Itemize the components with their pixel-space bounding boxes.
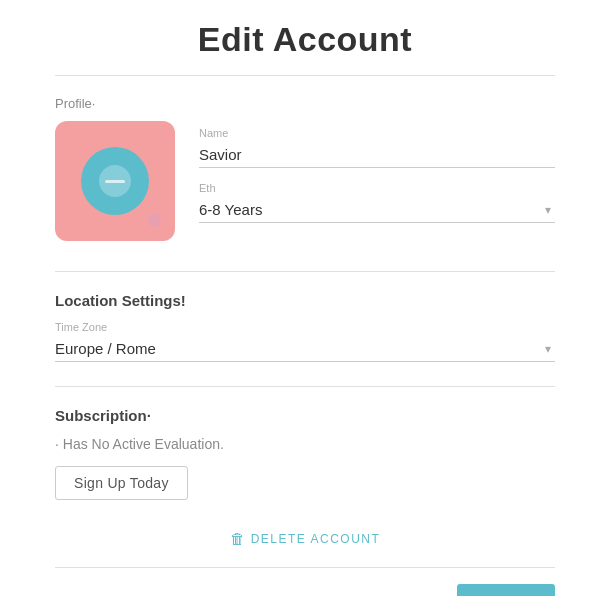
trash-icon: 🗑 <box>230 530 245 547</box>
profile-divider <box>55 271 555 272</box>
profile-section-label: Profile· <box>55 96 555 111</box>
location-section: Location Settings! Time Zone Europe / Ro… <box>55 292 555 362</box>
timezone-select[interactable]: Europe / Rome America / New_York America… <box>55 336 555 362</box>
avatar-circle-outer <box>81 147 149 215</box>
footer-row: CANCEL ↵ SAVE↵ <box>55 567 555 596</box>
timezone-field-group: Time Zone Europe / Rome America / New_Yo… <box>55 321 555 362</box>
timezone-select-wrapper: Europe / Rome America / New_York America… <box>55 336 555 362</box>
profile-fields: Name Eth 6-8 Years Under 6 Years 8-12 Ye… <box>199 121 555 223</box>
subscription-section: Subscription· · Has No Active Evaluation… <box>55 407 555 500</box>
eth-label: Eth <box>199 182 555 194</box>
avatar-circle-inner <box>99 165 131 197</box>
avatar-dash-icon <box>105 180 125 183</box>
page-title: Edit Account <box>55 20 555 59</box>
eth-field-group: Eth 6-8 Years Under 6 Years 8-12 Years 1… <box>199 182 555 223</box>
location-section-title: Location Settings! <box>55 292 555 309</box>
name-input[interactable] <box>199 142 555 168</box>
avatar[interactable] <box>55 121 175 241</box>
name-field-group: Name <box>199 127 555 168</box>
delete-account-button[interactable]: DELETE ACCOUNT <box>251 532 381 546</box>
cancel-button[interactable]: CANCEL ↵ <box>344 586 443 596</box>
title-divider <box>55 75 555 76</box>
delete-account-row: 🗑 DELETE ACCOUNT <box>55 530 555 547</box>
save-button[interactable]: SAVE↵ <box>457 584 555 596</box>
page-container: Edit Account Profile· Name Eth 6-8 Years <box>25 0 585 596</box>
signup-today-button[interactable]: Sign Up Today <box>55 466 188 500</box>
name-label: Name <box>199 127 555 139</box>
subscription-status: · Has No Active Evaluation. <box>55 436 555 452</box>
location-divider <box>55 386 555 387</box>
timezone-label: Time Zone <box>55 321 555 333</box>
eth-select[interactable]: 6-8 Years Under 6 Years 8-12 Years 12+ Y… <box>199 197 555 223</box>
eth-select-wrapper: 6-8 Years Under 6 Years 8-12 Years 12+ Y… <box>199 197 555 223</box>
avatar-dot-icon <box>147 213 161 227</box>
subscription-section-title: Subscription· <box>55 407 555 424</box>
profile-row: Name Eth 6-8 Years Under 6 Years 8-12 Ye… <box>55 121 555 241</box>
